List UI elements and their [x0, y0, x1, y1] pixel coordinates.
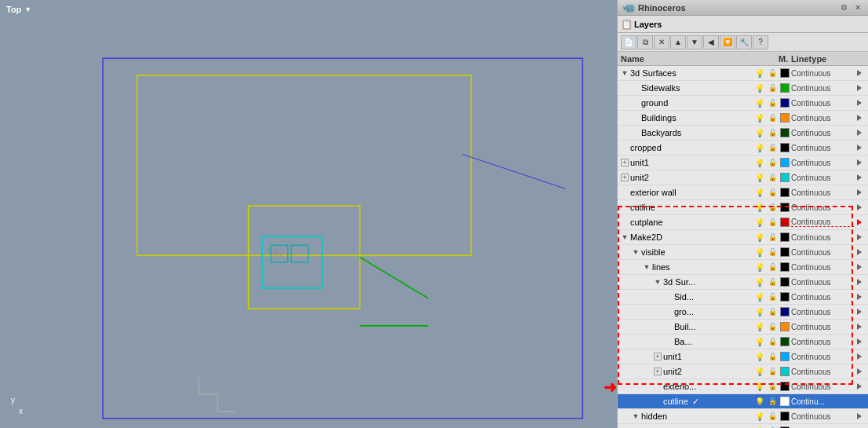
color-swatch-cell[interactable] — [779, 203, 791, 212]
move-up-btn[interactable]: ▲ — [670, 35, 686, 49]
bulb-cell[interactable]: 💡 — [753, 397, 766, 406]
duplicate-layer-btn[interactable]: ⧉ — [637, 35, 653, 49]
color-swatch-cell[interactable] — [779, 158, 791, 167]
expand-icon[interactable] — [665, 323, 673, 331]
delete-layer-btn[interactable]: ✕ — [654, 35, 669, 49]
expand-icon[interactable]: ▼ — [632, 248, 640, 256]
expand-icon[interactable] — [621, 203, 629, 211]
expand-icon[interactable]: ▼ — [632, 412, 640, 420]
color-swatch-cell[interactable] — [779, 337, 791, 346]
bulb-cell[interactable]: 💡 — [753, 99, 766, 108]
panel-tab[interactable]: 📋 Layers — [618, 16, 868, 33]
layer-row[interactable]: exterio...💡🔓Continuous — [618, 379, 868, 394]
lock-cell[interactable]: 🔓 — [766, 397, 779, 405]
bulb-cell[interactable]: 💡 — [753, 278, 766, 287]
layer-row[interactable]: ▼visible💡🔓Continuous — [618, 245, 868, 260]
bulb-cell[interactable]: 💡 — [753, 159, 766, 167]
lock-cell[interactable]: 🔓 — [766, 293, 779, 301]
lock-cell[interactable]: 🔓 — [766, 308, 779, 316]
layer-row[interactable]: ▼hidden💡🔓Continuous — [618, 409, 868, 424]
bulb-cell[interactable]: 💡 — [753, 144, 766, 152]
settings-icon[interactable]: ⚙ — [838, 2, 849, 13]
move-down-btn[interactable]: ▼ — [687, 35, 702, 49]
layer-row[interactable]: Buil...💡🔓Continuous — [618, 320, 868, 335]
wrench-btn[interactable]: 🔧 — [736, 35, 752, 49]
bulb-cell[interactable]: 💡 — [753, 114, 766, 123]
layer-row[interactable]: +unit1💡🔓Continuous — [618, 155, 868, 170]
lock-cell[interactable]: 🔓 — [766, 248, 779, 256]
layer-row[interactable]: +unit2💡🔓Continuous — [618, 170, 868, 185]
color-swatch-cell[interactable] — [779, 143, 791, 152]
layer-row[interactable]: cropped💡🔓Continuous — [618, 141, 868, 155]
color-swatch-cell[interactable] — [779, 277, 791, 287]
lock-cell[interactable]: 🔓 — [766, 353, 779, 360]
bulb-cell[interactable]: 💡 — [753, 188, 766, 197]
expand-icon[interactable]: + — [621, 174, 629, 181]
lock-cell[interactable]: 🔓 — [766, 382, 779, 390]
bulb-cell[interactable]: 💡 — [753, 218, 766, 227]
layer-row[interactable]: +unit2💡🔓Continuous — [618, 364, 868, 379]
color-swatch-cell[interactable] — [779, 262, 791, 272]
lock-cell[interactable]: 🔓 — [766, 368, 779, 375]
layer-row[interactable]: cutplane💡🔓Continuous — [618, 215, 868, 230]
layer-row[interactable]: ▼3d Sur...💡🔓Continuous — [618, 275, 868, 290]
color-swatch-cell[interactable] — [779, 367, 791, 376]
expand-icon[interactable]: ▼ — [654, 278, 662, 286]
expand-icon[interactable] — [632, 99, 640, 107]
bulb-cell[interactable]: 💡 — [753, 248, 766, 257]
lock-cell[interactable]: 🔓 — [766, 174, 779, 181]
layer-row[interactable]: Ba...💡🔓Continuous — [618, 335, 868, 349]
color-swatch-cell[interactable] — [779, 307, 791, 316]
color-swatch-cell[interactable] — [779, 397, 791, 406]
layer-row[interactable]: ground💡🔓Continuous — [618, 96, 868, 111]
lock-cell[interactable]: 🔓 — [766, 129, 779, 137]
bulb-cell[interactable]: 💡 — [753, 233, 766, 242]
color-swatch-cell[interactable] — [779, 412, 791, 421]
expand-icon[interactable] — [632, 84, 640, 92]
expand-icon[interactable] — [665, 338, 673, 346]
expand-icon[interactable] — [632, 114, 640, 122]
layer-row[interactable]: ▼lines💡🔓Continuous — [618, 260, 868, 275]
layer-row[interactable]: Sid...💡🔓Continuous — [618, 290, 868, 305]
lock-cell[interactable]: 🔓 — [766, 144, 779, 152]
bulb-cell[interactable]: 💡 — [753, 69, 766, 78]
color-swatch-cell[interactable] — [779, 352, 791, 361]
bulb-cell[interactable]: 💡 — [753, 368, 766, 376]
bulb-cell[interactable]: 💡 — [753, 174, 766, 182]
lock-cell[interactable]: 🔓 — [766, 338, 779, 346]
expand-icon[interactable]: + — [621, 159, 629, 166]
lock-cell[interactable]: 🔓 — [766, 203, 779, 211]
expand-icon[interactable]: + — [654, 368, 662, 375]
color-swatch-cell[interactable] — [779, 232, 791, 242]
color-swatch-cell[interactable] — [779, 247, 791, 257]
color-swatch-cell[interactable] — [779, 382, 791, 391]
lock-cell[interactable]: 🔓 — [766, 218, 779, 226]
lock-cell[interactable]: 🔓 — [766, 278, 779, 286]
expand-icon[interactable] — [632, 129, 640, 137]
expand-icon[interactable] — [621, 188, 629, 196]
layer-row[interactable]: exterior wall💡🔓Continuous — [618, 185, 868, 200]
expand-icon[interactable]: ▼ — [621, 233, 629, 241]
layer-row[interactable]: gro...💡🔓Continuous — [618, 305, 868, 320]
lock-cell[interactable]: 🔓 — [766, 233, 779, 241]
layer-row[interactable]: +unit1💡🔓Continuous — [618, 349, 868, 364]
expand-icon[interactable] — [621, 144, 629, 152]
lock-cell[interactable]: 🔓 — [766, 114, 779, 122]
filter-btn[interactable]: 🔽 — [720, 35, 735, 49]
bulb-cell[interactable]: 💡 — [753, 382, 766, 391]
expand-icon[interactable]: ▼ — [643, 263, 651, 271]
expand-icon[interactable] — [654, 397, 662, 405]
layer-row[interactable]: cutline ✓💡🔓Continu... — [618, 394, 868, 409]
bulb-cell[interactable]: 💡 — [753, 129, 766, 137]
bulb-cell[interactable]: 💡 — [753, 338, 766, 346]
expand-icon[interactable] — [654, 382, 662, 390]
lock-cell[interactable]: 🔓 — [766, 84, 779, 92]
bulb-cell[interactable]: 💡 — [753, 308, 766, 316]
lock-cell[interactable]: 🔓 — [766, 188, 779, 196]
bulb-cell[interactable]: 💡 — [753, 84, 766, 93]
lock-cell[interactable]: 🔓 — [766, 69, 779, 77]
color-swatch-cell[interactable] — [779, 113, 791, 123]
expand-icon[interactable]: + — [654, 353, 662, 360]
color-swatch-cell[interactable] — [779, 322, 791, 331]
layer-row[interactable]: Sidewalks💡🔓Continuous — [618, 81, 868, 96]
